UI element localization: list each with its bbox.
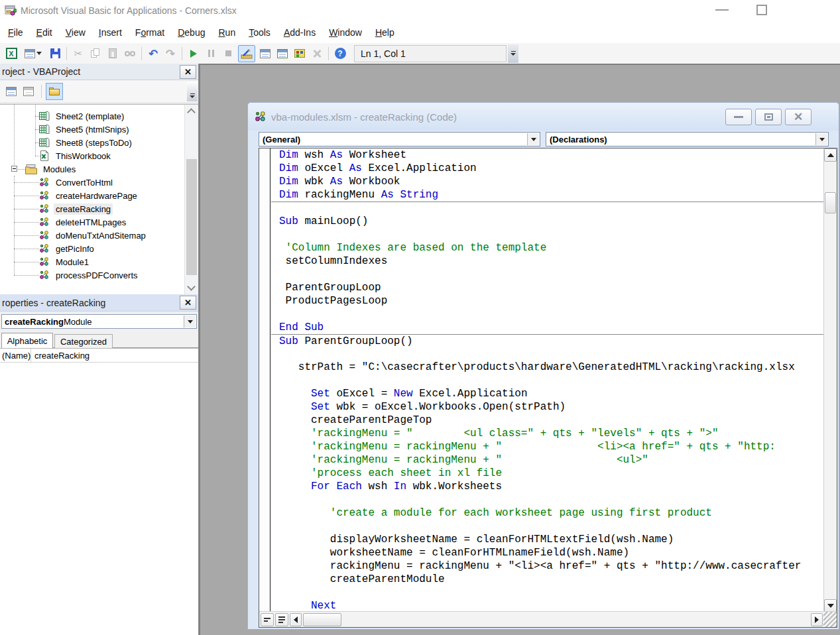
code-line: Dim wsh As Worksheet (271, 148, 825, 162)
scrollbar-thumb[interactable] (303, 613, 341, 626)
tree-item-sheet5-htmlsnips-[interactable]: Sheet5 (htmlSnips) (39, 123, 131, 136)
view-object-icon[interactable] (20, 83, 37, 100)
code-line: createParentPageTop (271, 414, 825, 427)
tree-item-processpdfconverts[interactable]: processPDFConverts (39, 268, 140, 282)
insert-object-icon[interactable] (20, 45, 46, 62)
code-line (271, 268, 825, 281)
help-icon[interactable]: ? (331, 45, 349, 62)
code-line: For Each wsh In wbk.Worksheets (271, 480, 825, 493)
tree-item-createhardwarepage[interactable]: createHardwarePage (39, 189, 139, 202)
tab-categorized[interactable]: Categorized (54, 334, 113, 348)
menu-item-view[interactable]: View (59, 23, 92, 42)
toolbox-icon[interactable] (308, 45, 326, 62)
chevron-down-icon[interactable] (815, 133, 827, 145)
menu-item-edit[interactable]: Edit (30, 23, 59, 42)
tree-item-sheet8-stepstodo-[interactable]: Sheet8 (stepsToDo) (39, 136, 134, 149)
paste-icon[interactable] (104, 45, 121, 62)
tree-item-converttohtml[interactable]: ConvertToHtml (39, 176, 115, 189)
module-icon (39, 257, 50, 267)
scroll-down-icon[interactable] (187, 282, 196, 291)
copy-icon[interactable] (87, 45, 104, 62)
toolbar-options-icon[interactable] (187, 82, 198, 101)
tab-alphabetic[interactable]: Alphabetic (1, 333, 53, 348)
folder-icon (25, 164, 37, 174)
collapse-icon[interactable] (11, 166, 17, 172)
object-dropdown[interactable]: (General) (259, 132, 540, 146)
close-icon[interactable]: ✕ (180, 65, 196, 79)
undo-icon[interactable]: ↶ (145, 45, 162, 62)
sheet-icon (39, 137, 50, 148)
scroll-right-icon[interactable] (811, 613, 823, 626)
code-line: Dim rackingMenu As String (271, 188, 825, 202)
minimize-button[interactable] (725, 109, 752, 125)
cut-icon[interactable]: ✂ (70, 45, 87, 62)
scroll-left-icon[interactable] (290, 613, 302, 626)
project-explorer-panel: roject - VBAProject ✕ Sheet2 (template)S… (0, 64, 199, 294)
code-text: Dim wsh As WorksheetDim oExcel As Excel.… (271, 148, 825, 612)
tree-item-createracking[interactable]: createRacking (39, 202, 113, 215)
chevron-down-icon (36, 52, 42, 55)
design-mode-icon[interactable] (237, 45, 257, 62)
reset-icon[interactable] (219, 45, 237, 62)
toggle-folders-icon[interactable] (46, 83, 63, 100)
tree-item-sheet2-template-[interactable]: Sheet2 (template) (39, 109, 126, 123)
menu-item-help[interactable]: Help (369, 23, 401, 42)
horizontal-scrollbar[interactable] (259, 611, 837, 627)
menu-item-insert[interactable]: Insert (92, 23, 129, 42)
redo-icon[interactable]: ↷ (162, 45, 179, 62)
properties-tabs: Alphabetic Categorized (1, 333, 198, 348)
code-line (271, 374, 825, 387)
full-module-view-icon[interactable] (275, 613, 288, 626)
scroll-up-icon[interactable] (824, 148, 837, 162)
project-tree-scrollbar[interactable] (184, 105, 198, 294)
close-button[interactable]: ✕ (785, 109, 811, 125)
properties-panel-title: roperties - createRacking ✕ (0, 294, 198, 312)
tree-item-deletehtmlpages[interactable]: deleteHTMLpages (39, 215, 128, 229)
menu-item-tools[interactable]: Tools (242, 23, 277, 42)
procedure-dropdown[interactable]: (Declarations) (546, 132, 829, 146)
save-icon[interactable] (46, 45, 64, 62)
tree-item-getpicinfo[interactable]: getPicInfo (39, 242, 96, 255)
scrollbar-thumb[interactable] (186, 159, 197, 275)
menu-item-debug[interactable]: Debug (171, 23, 211, 42)
break-icon[interactable] (202, 45, 219, 62)
scrollbar-thumb[interactable] (825, 192, 836, 213)
toolbar-separator (328, 47, 329, 60)
tree-item-thisworkbook[interactable]: ThisWorkbook (39, 149, 113, 162)
project-explorer-icon[interactable] (257, 45, 274, 62)
code-line: Sub ParentGroupLoop() (271, 334, 825, 347)
object-selector[interactable]: createRacking Module (1, 314, 197, 329)
tree-item-modules[interactable]: Modules (25, 162, 78, 176)
menu-item-window[interactable]: Window (322, 23, 369, 42)
find-icon[interactable] (121, 45, 139, 62)
chevron-down-icon[interactable] (527, 133, 539, 145)
menu-item-run[interactable]: Run (211, 23, 242, 42)
chevron-down-icon[interactable] (184, 316, 196, 327)
view-code-icon[interactable] (3, 83, 20, 100)
properties-window-icon[interactable] (274, 45, 291, 62)
code-line: strPath = "C:\casecrafter\products\hardw… (271, 361, 825, 374)
vertical-scrollbar[interactable] (823, 148, 837, 612)
minimize-button[interactable] (707, 0, 737, 20)
scroll-down-icon[interactable] (824, 599, 837, 612)
tree-item-module1[interactable]: Module1 (39, 255, 91, 268)
restore-button[interactable] (755, 109, 782, 125)
resize-grip[interactable] (823, 612, 837, 627)
run-icon[interactable] (185, 45, 202, 62)
close-icon[interactable]: ✕ (180, 296, 196, 310)
code-line (271, 202, 825, 215)
properties-panel: roperties - createRacking ✕ createRackin… (0, 294, 199, 635)
object-browser-icon[interactable] (291, 45, 308, 62)
code-editor[interactable]: Dim wsh As WorksheetDim oExcel As Excel.… (259, 148, 837, 628)
toolbar-options-icon[interactable] (508, 44, 518, 63)
tree-item-domenutxtandsitemap[interactable]: doMenuTxtAndSitemap (39, 229, 148, 242)
menu-item-add-ins[interactable]: Add-Ins (277, 23, 322, 42)
menu-item-file[interactable]: File (1, 23, 30, 42)
excel-icon[interactable]: X (3, 45, 20, 62)
code-line: Dim wbk As Workbook (271, 175, 825, 188)
property-value[interactable]: createRacking (31, 351, 90, 361)
procedure-view-icon[interactable] (261, 613, 274, 626)
menu-item-format[interactable]: Format (129, 23, 171, 42)
maximize-button[interactable] (747, 0, 777, 20)
scroll-up-icon[interactable] (187, 108, 196, 117)
